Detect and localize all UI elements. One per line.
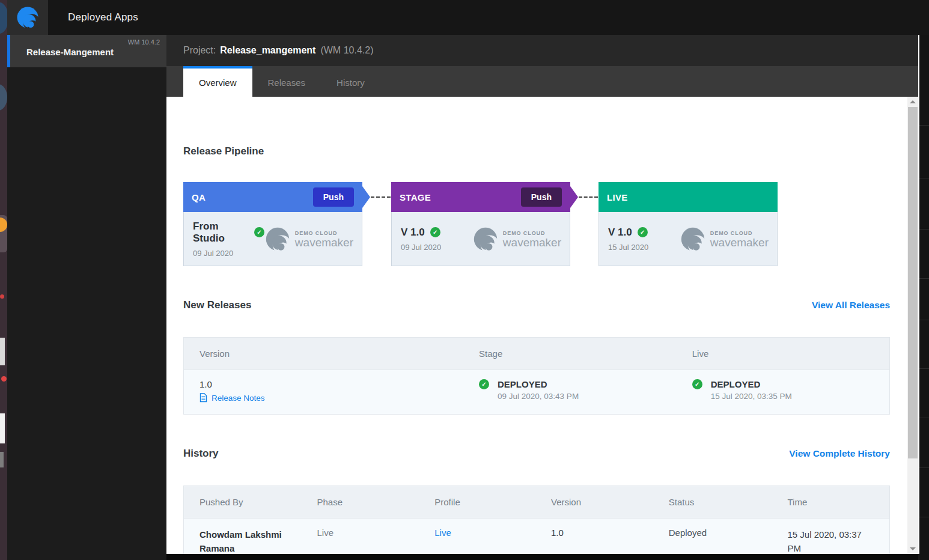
table-row: 1.0 Release Notes [184, 370, 890, 415]
vertical-scrollbar[interactable] [907, 97, 918, 554]
column-header-pushed-by: Pushed By [184, 486, 302, 519]
column-header-time: Time [772, 486, 890, 519]
column-header-profile: Profile [419, 486, 535, 519]
history-title: History [183, 448, 219, 460]
success-check-icon: ✓ [430, 227, 440, 237]
wavemaker-label: wavemaker [710, 237, 769, 248]
stage-push-button[interactable]: Push [521, 187, 562, 207]
project-name: Release_mangement [220, 45, 315, 56]
column-header-status: Status [653, 486, 772, 519]
view-complete-history-link[interactable]: View Complete History [789, 448, 890, 459]
table-row: Chowdam Lakshmi Ramana Live Live 1.0 Dep… [184, 519, 890, 555]
pipeline-connector [570, 182, 599, 266]
window-bottom-edge [166, 554, 918, 560]
stage-deployed-status: DEPLOYED [498, 379, 579, 389]
launcher-app-icon [0, 84, 7, 111]
scroll-down-icon [910, 547, 916, 550]
tab-releases[interactable]: Releases [252, 66, 321, 97]
launcher-badge [1, 376, 7, 382]
stage-stage-name: STAGE [400, 192, 431, 202]
scroll-up-icon [910, 100, 916, 103]
stage-version-label: V 1.0 [401, 227, 425, 239]
qa-stage-name: QA [192, 192, 206, 202]
column-header-version: Version [184, 338, 464, 370]
live-deployed-time: 15 Jul 2020, 03:35 PM [711, 392, 792, 401]
project-version: (WM 10.4.2) [320, 45, 373, 56]
column-header-phase: Phase [301, 486, 419, 519]
demo-cloud-logo: DEMO CLOUD wavemaker [264, 226, 353, 252]
release-notes-link[interactable]: Release Notes [212, 394, 265, 403]
launcher-app-icon [0, 452, 4, 467]
pipeline-card-stage: STAGE Push V 1.0 ✓ 09 Jul 2020 [391, 182, 570, 266]
stage-deploy-date: 09 Jul 2020 [401, 243, 441, 252]
launcher-app-icon [0, 338, 5, 365]
wavemaker-logo-icon [16, 5, 40, 29]
wavemaker-home-button[interactable] [7, 0, 48, 35]
desktop-launcher-strip [0, 0, 7, 560]
live-deploy-date: 15 Jul 2020 [608, 243, 648, 252]
stage-deployed-time: 09 Jul 2020, 03:43 PM [498, 392, 579, 401]
column-header-live: Live [677, 338, 890, 370]
table-header-row: Pushed By Phase Profile Version Status T… [184, 486, 890, 519]
release-version: 1.0 [200, 379, 463, 389]
qa-stage-header: QA Push [183, 182, 362, 212]
top-bar: Deployed Apps [7, 0, 929, 35]
page-title: Deployed Apps [68, 11, 138, 23]
live-stage-name: LIVE [607, 192, 628, 202]
sidebar-item-version-badge: WM 10.4.2 [128, 38, 160, 46]
history-version: 1.0 [551, 528, 653, 538]
demo-cloud-label: DEMO CLOUD [710, 230, 769, 236]
release-notes-icon [200, 393, 207, 403]
sidebar-item-label: Release-Mangement [26, 47, 114, 57]
demo-cloud-label: DEMO CLOUD [503, 230, 561, 236]
sidebar: Release-Mangement WM 10.4.2 [7, 35, 166, 560]
wavemaker-wave-icon [680, 226, 706, 252]
scroll-up-button[interactable] [907, 97, 918, 107]
tab-bar: Overview Releases History [166, 66, 918, 97]
demo-cloud-logo: DEMO CLOUD wavemaker [472, 226, 561, 252]
tab-overview[interactable]: Overview [183, 66, 252, 97]
project-label: Project: [183, 45, 216, 56]
pipeline-card-live: LIVE V 1.0 ✓ 15 Jul 2020 [599, 182, 778, 266]
overview-content: Release Pipeline QA Push From Studio ✓ [166, 97, 918, 554]
history-phase: Live [317, 528, 419, 538]
wavemaker-label: wavemaker [503, 237, 561, 248]
qa-push-button[interactable]: Push [313, 187, 354, 207]
live-deployed-status: DEPLOYED [711, 379, 792, 389]
stage-stage-body: V 1.0 ✓ 09 Jul 2020 [391, 212, 570, 266]
main-panel: Project: Release_mangement (WM 10.4.2) O… [166, 35, 918, 560]
live-stage-body: V 1.0 ✓ 15 Jul 2020 [599, 212, 778, 266]
qa-version-label: From Studio [193, 221, 249, 245]
new-releases-title: New Releases [183, 299, 251, 311]
scroll-down-button[interactable] [907, 544, 918, 554]
tab-history[interactable]: History [321, 66, 380, 97]
history-table: Pushed By Phase Profile Version Status T… [183, 485, 890, 554]
success-check-icon: ✓ [692, 379, 702, 389]
success-check-icon: ✓ [479, 379, 489, 389]
column-header-version: Version [535, 486, 653, 519]
wavemaker-wave-icon [472, 226, 499, 252]
demo-cloud-logo: DEMO CLOUD wavemaker [680, 226, 769, 252]
success-check-icon: ✓ [254, 227, 264, 237]
launcher-badge [0, 294, 4, 299]
history-profile-link[interactable]: Live [434, 528, 451, 538]
background-window-strip [919, 35, 929, 560]
live-stage-header: LIVE [599, 182, 778, 212]
scrollbar-thumb[interactable] [908, 107, 918, 458]
pipeline-connector [362, 182, 391, 266]
pipeline-card-qa: QA Push From Studio ✓ 09 Jul 2020 [183, 182, 362, 266]
stage-stage-header: STAGE Push [391, 182, 570, 212]
live-version-label: V 1.0 [608, 227, 632, 239]
view-all-releases-link[interactable]: View All Releases [812, 300, 890, 311]
pipeline-cards: QA Push From Studio ✓ 09 Jul 2020 [183, 182, 907, 266]
wavemaker-wave-icon [264, 226, 291, 252]
column-header-stage: Stage [463, 338, 677, 370]
wavemaker-label: wavemaker [295, 237, 353, 248]
sidebar-item-release-mangement[interactable]: Release-Mangement WM 10.4.2 [7, 35, 166, 67]
history-time: 15 Jul 2020, 03:37 PM [788, 528, 869, 554]
table-header-row: Version Stage Live [184, 338, 890, 370]
history-status: Deployed [669, 528, 772, 538]
release-pipeline-title: Release Pipeline [183, 145, 907, 157]
qa-stage-body: From Studio ✓ 09 Jul 2020 [183, 212, 362, 266]
launcher-app-icon [0, 2, 7, 34]
